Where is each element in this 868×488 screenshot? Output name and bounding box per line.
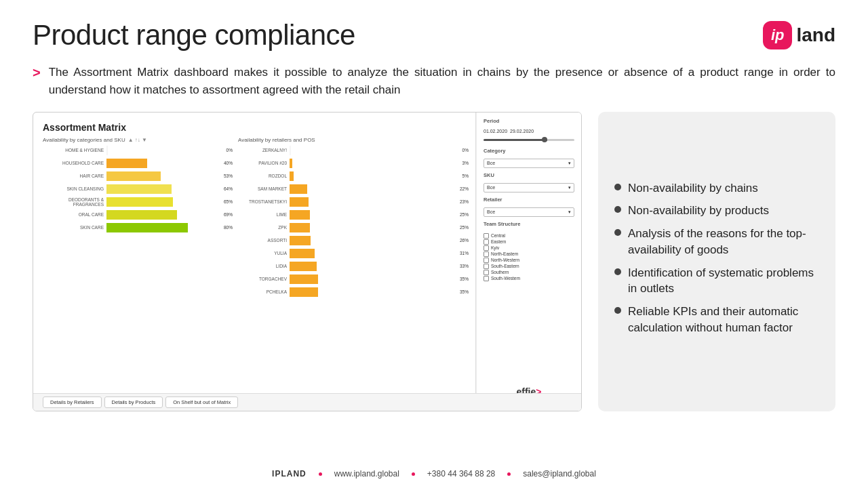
bar-label: HOUSEHOLD CARE [43,161,104,165]
bar-label-right: ASSORTI [238,238,287,243]
checkbox-icon [484,264,489,269]
footer-dot-1 [319,472,322,476]
bar-container [106,146,222,155]
bar-container [106,184,220,194]
bar-fill-right [290,249,315,258]
tabs-container: Details by RetailersDetails by ProductsO… [43,396,238,408]
bullet-icon [614,229,621,236]
subtitle-text: The Assortment Matrix dashboard makes it… [49,64,835,100]
bar-label-right: YULIA [238,251,287,256]
bar-container-right [290,223,456,232]
team-item-label: Southern [491,270,509,274]
dashboard-screenshot: Assortment Matrix Availability by catego… [33,112,582,411]
team-item[interactable]: Kyiv [484,245,574,251]
period-label: Period [484,118,574,124]
bar-label-right: ROZDOL [238,174,287,178]
bar-fill-right [290,287,318,297]
checkbox-icon [484,233,489,239]
team-structure: CentralEasternKyivNorth-EasternNorth-Wes… [484,233,574,282]
bar-container-right [290,249,456,258]
main-content: Assortment Matrix Availability by catego… [0,100,868,411]
bar-label-right: SAM MARKET [238,186,287,191]
dashboard-tab[interactable]: On Shelf but out of Matrix [165,396,238,408]
charts-row: Availability by categories and SKU ▲ ↑↓ … [43,137,469,411]
bar-container-right [290,184,456,194]
bar-pct-right: 33% [460,264,469,268]
bar-pct: 65% [224,199,233,204]
bar-container [106,210,220,220]
bar-label-right: TORGACHEV [238,277,287,281]
left-bar-row: DEODORANTS & FRAGRANCES 65% [43,197,233,207]
chart-left-header: Availability by categories and SKU ▲ ↑↓ … [43,137,233,143]
logo-ip-text: ip [771,26,785,44]
team-item[interactable]: Eastern [484,239,574,245]
period-end: 29.02.2020 [510,129,534,134]
bar-container-right [290,274,456,284]
bar-pct-right: 25% [460,212,469,217]
page-title: Product range compliance [33,19,355,52]
bar-pct-right: 0% [462,148,469,152]
checkbox-icon [484,270,489,275]
bar-container-right [290,236,456,245]
right-bar-row: TROSTIANETSKYI 23% [238,197,469,207]
chart-right: Availability by retailers and POS ZERKAL… [238,137,469,411]
bar-label: SKIN CARE [43,225,104,230]
category-select[interactable]: Все ▾ [484,159,574,168]
footer-brand: IPLAND [272,469,307,479]
retailer-label: Retailer [484,197,574,203]
team-item[interactable]: South-Eastern [484,264,574,269]
dashboard-tab[interactable]: Details by Products [104,396,163,408]
left-bar-row: HOUSEHOLD CARE 40% [43,159,233,168]
team-item[interactable]: North-Eastern [484,251,574,257]
right-bar-row: SAM MARKET 22% [238,184,469,194]
feature-item: Non-availability by products [614,203,819,219]
checkbox-icon [484,239,489,245]
bar-pct-right: 35% [460,277,469,281]
bar-label: SKIN Cleansing [43,186,104,191]
period-start: 01.02.2020 [484,129,507,134]
feature-text: Identification of systematic problems in… [628,265,819,298]
team-item-label: Kyiv [491,245,499,250]
team-item-label: Central [491,233,505,238]
bar-container-right [290,262,456,271]
right-bar-row: LIDIA 33% [238,262,469,271]
team-item-label: Eastern [491,239,506,244]
retailer-select[interactable]: Все ▾ [484,207,574,217]
bar-pct: 53% [224,174,233,178]
team-item-label: South-Western [491,276,520,281]
feature-item: Identification of systematic problems in… [614,265,819,298]
category-label: Category [484,148,574,154]
team-item[interactable]: North-Western [484,258,574,263]
chevron-down-icon-3: ▾ [568,209,571,215]
bullet-icon [614,307,621,314]
bar-fill [106,210,177,220]
bar-fill-right [290,236,311,245]
team-item[interactable]: Southern [484,270,574,275]
dashboard-tab[interactable]: Details by Retailers [43,396,102,408]
bar-container-right [290,171,458,181]
checkbox-icon [484,245,489,251]
bar-container [106,171,220,181]
feature-item: Reliable KPIs and their automatic calcul… [614,304,819,336]
bar-label: HAIR CARE [43,174,104,178]
logo: ip land [763,21,835,49]
left-bar-row: HAIR CARE 53% [43,171,233,181]
chevron-down-icon-2: ▾ [568,185,571,190]
footer-dot-2 [412,472,415,476]
bar-label-right: PCHELKA [238,289,287,294]
chart-right-header: Availability by retailers and POS [238,137,469,143]
footer-email: sales@ipland.global [523,469,596,479]
left-bar-row: SKIN CARE 80% [43,223,233,232]
feature-text: Non-availability by products [628,203,769,219]
period-slider[interactable] [484,139,574,141]
team-item[interactable]: Central [484,233,574,239]
bar-fill [106,146,108,155]
team-item[interactable]: South-Western [484,276,574,281]
right-bar-row: ZERKALNY! 0% [238,146,469,155]
bar-fill [106,171,161,181]
bar-fill-right [290,274,318,284]
sku-select[interactable]: Все ▾ [484,183,574,192]
bar-fill [106,184,172,194]
team-label: Team Structure [484,221,574,227]
bar-fill-right [290,223,310,232]
